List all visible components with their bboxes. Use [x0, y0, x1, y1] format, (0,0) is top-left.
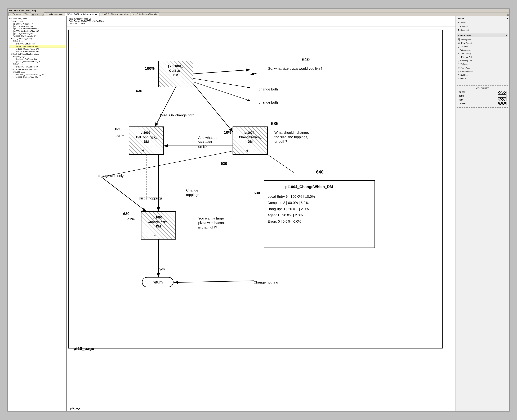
tree-icon-pt3: ⊞⊜	[11, 68, 14, 70]
canvas-content[interactable]: ▷ pt1001_ GetSize_ DM «{ 100% 630 pt	[67, 26, 455, 411]
tree-pt21-page[interactable]: ⊞⊜ pt21_page	[9, 63, 65, 65]
svg-text:pt1004_: pt1004_	[244, 131, 256, 135]
palette-call-terminate[interactable]: ⊟ Call Terminate	[457, 70, 508, 73]
svg-text:«{: «{	[245, 149, 248, 152]
palette-transition[interactable]: ↓ Transition	[457, 24, 508, 28]
tree-pt1002[interactable]: ├ pt1002_GetToppings_DM	[9, 45, 65, 48]
stats-row1: Local Entry 5 | 100.0% | 10.0%	[268, 195, 315, 198]
node-pt1003[interactable]: pt1003_ ConfirmPizza_ DM «{	[141, 211, 176, 239]
tree-pt0001[interactable]: ├▷ pt0001_Welcome_PP	[9, 22, 65, 25]
node-pt1004[interactable]: pt1004_ ChangeWhich_ DM «{	[233, 127, 268, 154]
color-key-red: RED	[459, 98, 506, 101]
tree-icon-pt1002: ├	[15, 45, 17, 47]
tree-label-pt1003: pt1003_ConfirmPizza_DM	[16, 48, 39, 50]
tab-pt1-pizza[interactable]: ⊞ *pt1_GetPizza_dialog::pt10_pa\	[65, 12, 99, 16]
node-return[interactable]: return	[142, 277, 173, 287]
window-restore[interactable]: □	[507, 14, 509, 16]
toolbar-box[interactable]: ⊞	[42, 14, 44, 16]
palette-dtmf[interactable]: # DTMF String	[457, 52, 508, 55]
window-minimize[interactable]: —	[505, 14, 507, 16]
menu-tools[interactable]: Tools	[25, 9, 31, 12]
toolbar-pin[interactable]: ▼	[37, 14, 39, 16]
svg-text:pt1002_: pt1002_	[140, 131, 152, 135]
tab-pt3-delivery[interactable]: ⊞ *pt3_GetDeliveryTime_dia	[131, 12, 159, 16]
palette-play-prompt[interactable]: ◁)) Play Prompt	[457, 41, 508, 45]
dtmf-icon: #	[458, 52, 459, 55]
color-key-blue-label: BLUE	[459, 95, 464, 97]
palette-header: -Palette- ▶	[457, 17, 508, 20]
and-what2: you want	[198, 140, 212, 144]
palette-select[interactable]: ↖ Select	[457, 21, 508, 24]
page-label: pt10_page	[74, 346, 94, 351]
svg-text:10%: 10%	[224, 130, 231, 135]
palette-panel: -Palette- ▶ ↖ Select ↓ Transition A Comm…	[455, 16, 509, 411]
palette-call-xfer[interactable]: ⊗ Call Xfer	[457, 73, 508, 77]
tree-label-pt0002: pt0002_GetPizza_SD	[14, 25, 33, 27]
node-types-header[interactable]: ⊞ Node Types ↗	[457, 34, 508, 37]
svg-text:pt1003_: pt1003_	[153, 216, 164, 219]
tree-pt0004[interactable]: ├ pt0004_GetDeliveryTime_SD	[9, 30, 65, 32]
question-size: So, what size pizza would you like?	[268, 67, 322, 70]
tree-pt2001[interactable]: ├▷ pt2001_GetPhone_DM	[9, 58, 65, 60]
tree-pt3001[interactable]: ├▷ pt3001_DeliveryNextHour_DM	[9, 73, 65, 76]
tree-label-pt10: pt10_page	[16, 40, 25, 42]
palette-recognition[interactable]: «{ Recognition	[457, 38, 508, 41]
tree-pt2101[interactable]: └▷ pt2101_PlayAddress_PP	[9, 65, 65, 68]
svg-text:630: 630	[115, 127, 122, 131]
node-types-expand[interactable]: ↗	[506, 34, 507, 37]
menu-edit[interactable]: Edit	[14, 9, 18, 12]
tree-pt2-dialog[interactable]: ⊞⊜ pt2_GetPhoneNumber_dialog	[9, 52, 65, 55]
tab-main-pt00[interactable]: ⊞ *main::pt00_page	[44, 12, 65, 16]
label-610: 610	[302, 57, 309, 62]
tree-pt0002[interactable]: ├ pt0002_GetPizza_SD	[9, 25, 65, 28]
return-label: Return	[460, 77, 466, 80]
palette-to-page[interactable]: △ To Page	[457, 62, 508, 66]
label-630-right: 630	[254, 191, 260, 195]
toolbar-save[interactable]: ⊞	[32, 14, 34, 16]
label-635: 635	[271, 121, 278, 126]
tree-pt00[interactable]: ⊞⊜ Pt00_page	[9, 20, 65, 22]
palette-external-call[interactable]: 📄 External Call	[457, 55, 508, 59]
toolbar-settings[interactable]: ⚙	[34, 14, 36, 16]
tree-label-pt0006: pt0006_CallTerminate_CT	[14, 35, 37, 37]
label-640: 640	[316, 169, 324, 174]
tree-pt30-page[interactable]: ⊞⊜ pt30_page	[9, 71, 65, 73]
menu-help[interactable]: Help	[32, 9, 37, 12]
tree-pt2002[interactable]: └ pt2002_LookUpAddress_DB	[9, 60, 65, 63]
menu-view[interactable]: View	[19, 9, 24, 12]
tree-pt0006[interactable]: └ pt0006_CallTerminate_CT	[9, 35, 65, 37]
tree-label-pt30: pt30_page	[16, 71, 25, 73]
stats-row5: Errors 0 | 0.0% | 0.0%	[268, 219, 301, 223]
node-pt1002[interactable]: pt1002_ GetToppings_ DM «{	[129, 127, 164, 154]
svg-text:ChangeWhich_: ChangeWhich_	[239, 135, 262, 139]
tree-pt1004[interactable]: └ pt1004_ChangeWhich_DM	[9, 50, 65, 52]
tree-pt1-dialog[interactable]: ⊞⊜ pt1_GetPizza_dialog	[9, 37, 65, 40]
tree-pt1001[interactable]: ├▷ pt1001_GetSize_DM	[9, 42, 65, 45]
tab-pt2-phone[interactable]: ⊞ *pt2_GetPhoneNumber_dialo	[100, 12, 130, 16]
tab-explorer[interactable]: ⊞*Explorer × ╲*Filter	[8, 12, 31, 16]
tree-pt20-page[interactable]: ⊞⊜ pt20_page	[9, 55, 65, 58]
palette-decision[interactable]: ◇ Decision	[457, 45, 508, 48]
comment-label: Comment	[460, 29, 469, 31]
palette-expand[interactable]: ▶	[507, 17, 508, 20]
total-calls: Total number of calls: 38	[69, 18, 454, 20]
palette-subdialog[interactable]: ⎕ Subdialog Call	[457, 59, 508, 62]
tree-pt0003[interactable]: └ pt0003_GetPhoneNumber_SD	[9, 28, 65, 30]
tree-pt3-dialog[interactable]: ⊞⊜ pt3_GetDeliveryTime_dialog	[9, 68, 65, 71]
tree-pt10-page[interactable]: ⊞⊜ pt10_page	[9, 40, 65, 42]
palette-data-access[interactable]: □ Data Access	[457, 48, 508, 52]
subdialog-icon: ⎕	[458, 59, 459, 62]
tree-label-pt20: pt20_page	[16, 56, 25, 58]
tree-pt0005[interactable]: ├ pt0005_Goodbye_PP	[9, 32, 65, 35]
palette-return[interactable]: ○ Return	[457, 77, 508, 80]
palette-from-page[interactable]: ▽ From Page	[457, 66, 508, 70]
toolbar-minus[interactable]: —	[39, 14, 41, 16]
node-pt1001[interactable]: ▷ pt1001_ GetSize_ DM «{	[158, 61, 193, 87]
menu-file[interactable]: File	[9, 9, 12, 12]
svg-text:DM: DM	[173, 74, 178, 77]
palette-comment[interactable]: A Comment	[457, 28, 508, 32]
tree-label-pt1001: pt1001_GetSize_DM	[18, 43, 36, 45]
tree-pt3002[interactable]: └ pt3002_DeliveryTime_DM	[9, 76, 65, 78]
from-page-label: From Page	[461, 67, 470, 69]
tree-pt1003[interactable]: └ pt1003_ConfirmPizza_DM	[9, 48, 65, 50]
